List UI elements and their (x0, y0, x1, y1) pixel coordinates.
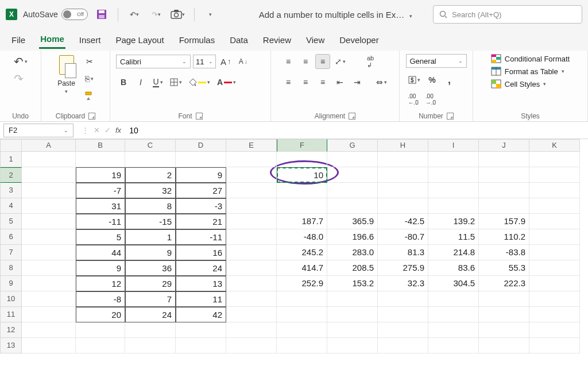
cell-B12[interactable] (76, 322, 125, 338)
cell-J4[interactable] (479, 198, 529, 214)
cell-E13[interactable] (226, 338, 277, 353)
cell-K5[interactable] (529, 214, 580, 229)
cell-J13[interactable] (479, 338, 529, 353)
cell-F6[interactable]: -48.0 (277, 229, 327, 245)
fx-icon[interactable]: fx (115, 126, 121, 134)
row-header-2[interactable]: 2 (0, 167, 22, 183)
row-header-3[interactable]: 3 (0, 183, 22, 198)
column-header-J[interactable]: J (479, 139, 529, 152)
cell-D2[interactable]: 9 (176, 167, 226, 183)
cell-F8[interactable]: 414.7 (277, 260, 327, 276)
cell-I8[interactable]: 83.6 (428, 260, 479, 276)
cell-B5[interactable]: -11 (76, 214, 125, 229)
cell-C12[interactable] (125, 322, 176, 338)
cell-I11[interactable] (428, 307, 479, 322)
cell-D11[interactable]: 42 (176, 307, 226, 322)
align-bottom[interactable]: ≡ (315, 54, 330, 69)
font-size-select[interactable]: 11⌄ (193, 55, 216, 68)
cell-A12[interactable] (22, 322, 76, 338)
align-left[interactable]: ≡ (281, 75, 296, 90)
column-header-E[interactable]: E (226, 139, 277, 152)
row-header-1[interactable]: 1 (0, 152, 22, 167)
cell-C8[interactable]: 36 (125, 260, 176, 276)
cell-I7[interactable]: 214.8 (428, 245, 479, 260)
cancel-formula[interactable]: ✕ (94, 126, 100, 134)
comma-format[interactable]: , (442, 72, 457, 87)
qat-overflow[interactable]: ▾ (203, 6, 219, 22)
column-header-A[interactable]: A (22, 139, 76, 152)
column-header-K[interactable]: K (529, 139, 580, 152)
cell-H4[interactable] (378, 198, 428, 214)
cell-B3[interactable]: -7 (76, 183, 125, 198)
cell-J11[interactable] (479, 307, 529, 322)
font-color-button[interactable]: A▾ (215, 75, 238, 90)
bold-button[interactable]: B (116, 75, 131, 90)
cell-J1[interactable] (479, 152, 529, 167)
cell-I13[interactable] (428, 338, 479, 353)
cell-H13[interactable] (378, 338, 428, 353)
cell-D1[interactable] (176, 152, 226, 167)
cell-D4[interactable]: -3 (176, 198, 226, 214)
paste-button[interactable]: Paste▾ (55, 54, 79, 95)
cell-F9[interactable]: 252.9 (277, 276, 327, 291)
cell-G10[interactable] (327, 291, 378, 307)
percent-format[interactable]: % (425, 72, 440, 87)
cell-F11[interactable] (277, 307, 327, 322)
cell-E1[interactable] (226, 152, 277, 167)
cell-G12[interactable] (327, 322, 378, 338)
camera-button[interactable]: ▾ (170, 6, 186, 22)
cell-I6[interactable]: 11.5 (428, 229, 479, 245)
cell-H8[interactable]: 275.9 (378, 260, 428, 276)
cell-A11[interactable] (22, 307, 76, 322)
cell-G13[interactable] (327, 338, 378, 353)
cell-C2[interactable]: 2 (125, 167, 176, 183)
undo-large[interactable]: ↶▾ (11, 54, 30, 69)
cell-C13[interactable] (125, 338, 176, 353)
cell-H3[interactable] (378, 183, 428, 198)
cell-G9[interactable]: 153.2 (327, 276, 378, 291)
cell-A6[interactable] (22, 229, 76, 245)
clipboard-dialog-launcher[interactable] (88, 113, 95, 120)
wrap-text-button[interactable]: ab↲ (363, 54, 378, 69)
cell-D10[interactable]: 11 (176, 291, 226, 307)
cell-H12[interactable] (378, 322, 428, 338)
cell-J2[interactable] (479, 167, 529, 183)
cell-D9[interactable]: 13 (176, 276, 226, 291)
cell-F3[interactable] (277, 183, 327, 198)
accounting-format[interactable]: $▾ (406, 72, 423, 87)
cell-K10[interactable] (529, 291, 580, 307)
cell-C3[interactable]: 32 (125, 183, 176, 198)
document-title[interactable]: Add a number to multiple cells in Ex… ▾ (259, 10, 412, 20)
cell-G5[interactable]: 365.9 (327, 214, 378, 229)
cell-F13[interactable] (277, 338, 327, 353)
cell-K1[interactable] (529, 152, 580, 167)
cell-C6[interactable]: 1 (125, 229, 176, 245)
cell-G8[interactable]: 208.5 (327, 260, 378, 276)
cell-B6[interactable]: 5 (76, 229, 125, 245)
search-input[interactable]: Search (Alt+Q) (433, 5, 582, 24)
cell-B8[interactable]: 9 (76, 260, 125, 276)
cell-D13[interactable] (176, 338, 226, 353)
cell-E7[interactable] (226, 245, 277, 260)
cell-B9[interactable]: 12 (76, 276, 125, 291)
undo-button[interactable]: ↶▾ (126, 6, 142, 22)
column-header-F[interactable]: F (277, 139, 327, 152)
cell-J10[interactable] (479, 291, 529, 307)
cell-J12[interactable] (479, 322, 529, 338)
format-as-table[interactable]: Format as Table ▾ (491, 67, 570, 76)
cell-F10[interactable] (277, 291, 327, 307)
cell-K6[interactable] (529, 229, 580, 245)
row-header-10[interactable]: 10 (0, 291, 22, 307)
decrease-decimal[interactable]: .00→.0 (423, 92, 438, 107)
cut-button[interactable]: ✂ (82, 54, 97, 69)
format-painter[interactable] (82, 89, 97, 103)
cell-H7[interactable]: 81.3 (378, 245, 428, 260)
increase-indent[interactable]: ⇥ (350, 75, 365, 90)
cell-G3[interactable] (327, 183, 378, 198)
column-header-B[interactable]: B (76, 139, 125, 152)
cell-A3[interactable] (22, 183, 76, 198)
cell-A10[interactable] (22, 291, 76, 307)
row-header-8[interactable]: 8 (0, 260, 22, 276)
cell-F12[interactable] (277, 322, 327, 338)
cell-H6[interactable]: -80.7 (378, 229, 428, 245)
